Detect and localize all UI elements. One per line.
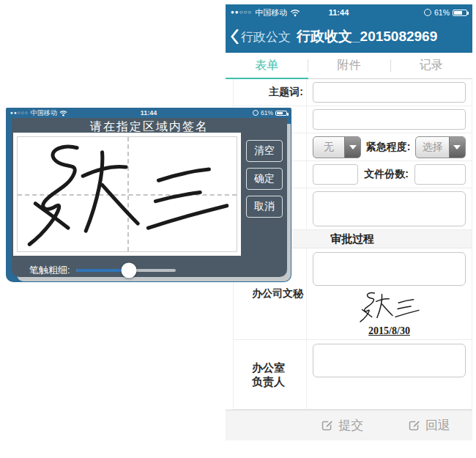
battery-icon [453, 10, 467, 16]
carrier-label: 中国移动 [255, 7, 287, 18]
stroke-width-row: 笔触粗细: [29, 262, 287, 278]
row2-input[interactable] [313, 109, 466, 130]
navigation-bar: 行政公文 行政收文_2015082969 [226, 21, 472, 53]
dialog-status-bar: ●●○○○ 中国移动 11:44 61% [6, 108, 291, 118]
page-title: 行政收文_2015082969 [297, 27, 437, 46]
signature-dialog: 请在指定区域内签名 清空 确定 取消 笔触粗细: [12, 118, 287, 277]
rotation-lock-icon [424, 9, 431, 16]
subject-label: 主题词: [269, 86, 303, 99]
select-dropdown[interactable]: 选择 [415, 136, 466, 158]
dialog-title: 请在指定区域内签名 [12, 118, 287, 132]
edit-icon [321, 419, 333, 432]
signal-strength-icon: ●●○○○ [231, 10, 252, 15]
tab-attachments-label: 附件 [337, 58, 360, 73]
tab-attachments[interactable]: 附件 [308, 53, 390, 78]
stroke-slider[interactable] [76, 269, 176, 272]
rollback-button[interactable]: 回退 [386, 417, 473, 434]
bottom-toolbar: 提交 回退 [226, 410, 472, 440]
select-dropdown-value: 选择 [416, 137, 449, 158]
tab-records[interactable]: 记录 [390, 53, 472, 78]
battery-percent: 61% [261, 109, 273, 117]
drawn-signature [13, 133, 243, 256]
app-header: ●●○○○ 中国移动 11:44 61% [226, 4, 472, 53]
active-tab-underline [226, 78, 308, 79]
dropdown-arrow-icon [449, 137, 465, 158]
copies-label: 文件份数: [364, 168, 409, 181]
remarks-textarea[interactable] [313, 191, 466, 226]
copies-right-input[interactable] [414, 164, 466, 185]
rollback-label: 回退 [425, 417, 450, 434]
clear-button[interactable]: 清空 [246, 140, 283, 162]
secretary-signature-image [342, 289, 437, 325]
manager-row: 办公室 负责人 [233, 340, 472, 410]
submit-label: 提交 [338, 417, 363, 434]
copies-left-input[interactable] [313, 164, 358, 185]
tab-records-label: 记录 [420, 58, 443, 73]
dialog-button-column: 清空 确定 取消 [246, 140, 283, 256]
wifi-icon [290, 9, 300, 17]
signature-date-link[interactable]: 2015/8/30 [368, 325, 410, 337]
manager-comment-box[interactable] [313, 344, 466, 377]
subject-input[interactable] [313, 82, 466, 103]
back-chevron-icon[interactable] [231, 29, 239, 44]
carrier-label: 中国移动 [31, 108, 57, 118]
manager-label-line1: 办公室 [252, 361, 285, 375]
status-bar: ●●○○○ 中国移动 11:44 61% [226, 4, 472, 21]
signal-strength-icon: ●●○○○ [10, 111, 29, 116]
back-button[interactable]: 行政公文 [241, 29, 291, 45]
tab-bar: 表单 附件 记录 [226, 53, 472, 79]
status-time: 11:44 [141, 109, 157, 117]
secretary-comment-box[interactable] [313, 252, 466, 286]
dropdown-arrow-icon [344, 137, 360, 158]
stroke-width-label: 笔触粗细: [29, 264, 70, 277]
confirm-button[interactable]: 确定 [246, 168, 283, 190]
secretary-label: 办公司文秘 [252, 287, 303, 300]
battery-percent: 61% [434, 8, 450, 17]
edit-icon [408, 419, 420, 432]
signature-dialog-screenshot: ●●○○○ 中国移动 11:44 61% 请在指定区域内签名 [6, 108, 291, 282]
wifi-icon [59, 110, 67, 117]
subject-row: 主题词: [233, 79, 472, 106]
tab-form[interactable]: 表单 [226, 53, 308, 78]
manager-label-line2: 负责人 [252, 374, 285, 389]
urgency-label: 紧急程度: [366, 141, 411, 154]
status-time: 11:44 [329, 8, 349, 17]
rotation-lock-icon [253, 110, 259, 116]
none-dropdown[interactable]: 无 [313, 136, 361, 158]
submit-button[interactable]: 提交 [299, 417, 386, 434]
tab-form-label: 表单 [255, 58, 278, 73]
page-background: ●●○○○ 中国移动 11:44 61% [0, 0, 476, 458]
battery-icon [275, 111, 287, 116]
cancel-button[interactable]: 取消 [246, 196, 283, 218]
signature-canvas[interactable] [13, 133, 241, 256]
approval-section-title: 审批过程 [330, 232, 374, 246]
none-dropdown-value: 无 [313, 137, 344, 158]
stroke-slider-thumb[interactable] [121, 263, 136, 278]
